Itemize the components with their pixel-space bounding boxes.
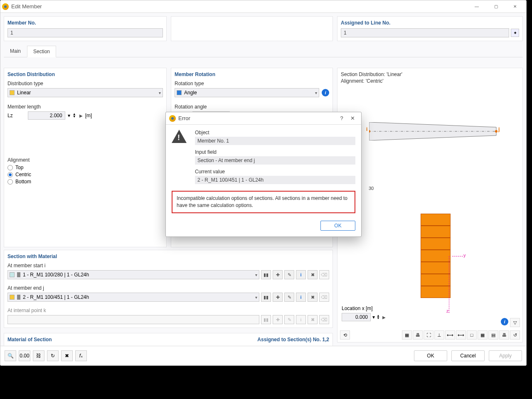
library-icon[interactable]: ▮▮ — [261, 293, 271, 302]
axis-icon[interactable]: ⊥ — [434, 330, 444, 340]
lz-symbol: Lz — [7, 113, 13, 118]
minimize-button[interactable]: — — [467, 0, 486, 13]
lz-input[interactable] — [28, 111, 65, 120]
maximize-button[interactable]: ▢ — [486, 0, 505, 13]
tab-main[interactable]: Main — [4, 45, 27, 57]
pick-line-button[interactable]: ✦ — [511, 29, 519, 37]
alignment-bottom-radio[interactable]: Bottom — [7, 179, 163, 185]
preview-line1: Section Distribution: 'Linear' — [341, 71, 519, 78]
cancel-button[interactable]: Cancel — [451, 350, 485, 361]
new-icon[interactable]: ✚ — [273, 270, 283, 279]
footer-units-icon[interactable]: 0.00 — [19, 350, 30, 361]
error-input-label: Input field — [195, 149, 355, 155]
lz-unit: [m] — [85, 113, 92, 118]
rotation-angle-label: Rotation angle — [175, 104, 329, 110]
library-icon[interactable]: ▮▮ — [261, 270, 271, 279]
app-icon — [169, 115, 176, 122]
tapered-member-graphic — [369, 122, 498, 140]
svg-point-3 — [495, 130, 498, 133]
location-x-input[interactable] — [342, 313, 371, 321]
edit-icon[interactable]: ✎ — [284, 293, 294, 302]
section-shape-icon — [17, 272, 20, 277]
error-current-label: Current value — [195, 169, 355, 175]
close-button[interactable]: ✕ — [505, 0, 525, 13]
edit-icon: ✎ — [284, 315, 294, 324]
member-no-label: Member No. — [7, 20, 163, 26]
node-j-label: j — [498, 126, 500, 132]
rotation-type-swatch — [177, 90, 182, 95]
distribution-type-label: Distribution type — [7, 81, 163, 86]
alignment-label: Alignment — [7, 157, 163, 163]
delete-icon[interactable]: ✖ — [308, 293, 318, 302]
footer-delete-icon[interactable]: ✖ — [61, 350, 73, 361]
cross-section-graphic — [421, 214, 451, 299]
chevron-down-icon: ▾ — [315, 91, 317, 95]
new-icon[interactable]: ✚ — [273, 293, 283, 302]
error-current-value: 2 - R_M1 100/451 | 1 - GL24h — [195, 176, 355, 184]
info-icon: i — [296, 315, 306, 324]
alignment-top-radio[interactable]: Top — [7, 165, 163, 170]
distribution-type-swatch — [10, 90, 15, 95]
grid2-icon[interactable]: ▤ — [488, 330, 498, 340]
z-axis — [449, 256, 449, 313]
section-end-combo[interactable]: 2 - R_M1 100/451 | 1 - GL24h ▾ — [7, 293, 259, 302]
play-icon[interactable]: ▶ — [79, 113, 83, 118]
grid-off-icon[interactable]: □ — [467, 330, 477, 340]
y-axis-label: y — [463, 253, 466, 258]
info-icon[interactable]: i — [296, 270, 306, 279]
header-gap-panel — [171, 16, 333, 41]
section-start-combo[interactable]: 1 - R_M1 100/280 | 1 - GL24h ▾ — [7, 270, 259, 279]
ok-button[interactable]: OK — [414, 350, 447, 361]
section-end-label: At member end j — [7, 285, 329, 291]
node-i-label: i — [366, 126, 367, 132]
footer-script-icon[interactable]: fₓ — [75, 350, 87, 361]
error-message: Incompatible calculation options of sect… — [172, 191, 355, 213]
info-icon[interactable]: i — [322, 89, 329, 96]
view-mode-icon[interactable]: ▦ — [402, 330, 412, 340]
warning-icon — [172, 130, 188, 188]
preview-line2: Alignment: 'Centric' — [341, 78, 519, 85]
dialog-help-button[interactable]: ? — [336, 113, 347, 124]
section-distribution-group: Section Distribution Distribution type L… — [4, 68, 167, 247]
member-no-field[interactable] — [7, 28, 163, 37]
span-icon[interactable]: ⟷ — [445, 330, 455, 340]
section-distribution-title: Section Distribution — [7, 71, 163, 77]
delete-icon: ✖ — [308, 315, 318, 324]
filter-icon[interactable]: ▽ — [510, 318, 520, 327]
location-x-label: Location x [m] — [342, 305, 386, 311]
footer-help-icon[interactable]: 🔍 — [5, 350, 16, 361]
swatch-start — [10, 272, 15, 277]
app-icon — [2, 3, 9, 10]
dialog-close-button[interactable]: ✕ — [347, 113, 358, 124]
grid-icon[interactable]: ▦ — [478, 330, 488, 340]
error-ok-button[interactable]: OK — [320, 221, 355, 231]
refresh-view-icon[interactable]: ⟲ — [340, 330, 350, 340]
material-of-section-title: Material of Section — [7, 337, 257, 342]
footer-chain-icon[interactable]: ⛓ — [33, 350, 44, 361]
print2-icon[interactable]: 🖶 — [499, 330, 509, 340]
edit-icon[interactable]: ✎ — [284, 270, 294, 279]
footer-refresh-icon[interactable]: ↻ — [47, 350, 59, 361]
info-icon[interactable]: i — [296, 293, 306, 302]
assigned-panel: Assigned to Line No. ✦ — [337, 16, 523, 41]
info-icon[interactable]: i — [501, 318, 508, 325]
member-length-label: Member length — [7, 104, 163, 110]
y-axis — [452, 256, 463, 256]
section-start-label: At member start i — [7, 263, 329, 268]
span2-icon[interactable]: ⟷ — [456, 330, 466, 340]
section-with-material-group: Section with Material At member start i … — [4, 250, 333, 328]
print-icon[interactable]: 🖶 — [413, 330, 423, 340]
fit-icon[interactable]: ⛶ — [424, 330, 433, 340]
alignment-centric-radio[interactable]: Centric — [7, 172, 163, 177]
lz-unit-arrow[interactable]: ▾ — [68, 113, 70, 118]
rotation-type-combo[interactable]: Angle ▾ — [175, 88, 319, 97]
new-icon: ✚ — [273, 315, 283, 324]
apply-button[interactable]: Apply — [489, 350, 522, 361]
error-object-value: Member No. 1 — [195, 137, 355, 145]
delete-icon[interactable]: ✖ — [308, 270, 318, 279]
zoom-fit-icon[interactable]: ↺ — [510, 330, 520, 340]
tab-section[interactable]: Section — [27, 46, 56, 57]
play-icon[interactable]: ▶ — [382, 315, 386, 320]
assigned-field[interactable] — [341, 28, 509, 37]
distribution-type-combo[interactable]: Linear ▾ — [7, 88, 163, 97]
